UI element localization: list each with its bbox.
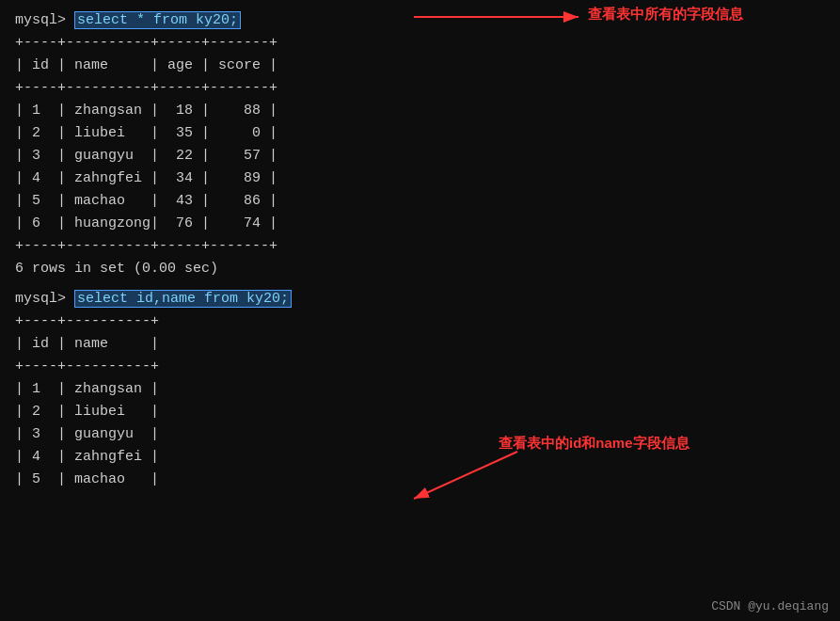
data-row-1-2: | 2 | liubei | 35 | 0 |	[15, 122, 825, 145]
data-row-2-5: | 5 | machao |	[15, 469, 825, 491]
data-row-1-3: | 3 | guangyu | 22 | 57 |	[15, 145, 825, 167]
header-row-2: | id | name |	[15, 333, 825, 356]
query-line-2: mysql> select id,name from ky20;	[15, 288, 825, 310]
data-row-2-2: | 2 | liubei |	[15, 401, 825, 423]
annotation-1: 查看表中所有的字段信息	[588, 6, 743, 24]
separator-bot-1: +----+----------+-----+-------+	[15, 235, 825, 258]
data-row-1-4: | 4 | zahngfei | 34 | 89 |	[15, 167, 825, 190]
separator-top-2: +----+----------+	[15, 310, 825, 333]
watermark: CSDN @yu.deqiang	[711, 599, 829, 613]
data-row-1-5: | 5 | machao | 43 | 86 |	[15, 190, 825, 213]
prompt-label-1: mysql>	[15, 12, 66, 28]
data-row-1-1: | 1 | zhangsan | 18 | 88 |	[15, 100, 825, 122]
data-row-2-1: | 1 | zhangsan |	[15, 378, 825, 401]
separator-top-1: +----+----------+-----+-------+	[15, 32, 825, 55]
annotation-2: 查看表中的id和name字段信息	[499, 435, 689, 453]
query-highlight-1: select * from ky20;	[74, 11, 241, 29]
data-row-2-3: | 3 | guangyu |	[15, 423, 825, 446]
header-row-1: | id | name | age | score |	[15, 55, 825, 77]
terminal-window: mysql> select * from ky20; +----+-------…	[0, 0, 840, 501]
separator-mid-2: +----+----------+	[15, 356, 825, 378]
data-row-2-4: | 4 | zahngfei |	[15, 446, 825, 469]
separator-mid-1: +----+----------+-----+-------+	[15, 77, 825, 100]
data-row-1-6: | 6 | huangzong| 76 | 74 |	[15, 213, 825, 235]
prompt-label-2: mysql>	[15, 291, 66, 307]
query-highlight-2: select id,name from ky20;	[74, 290, 292, 308]
result-line-1: 6 rows in set (0.00 sec)	[15, 258, 825, 280]
